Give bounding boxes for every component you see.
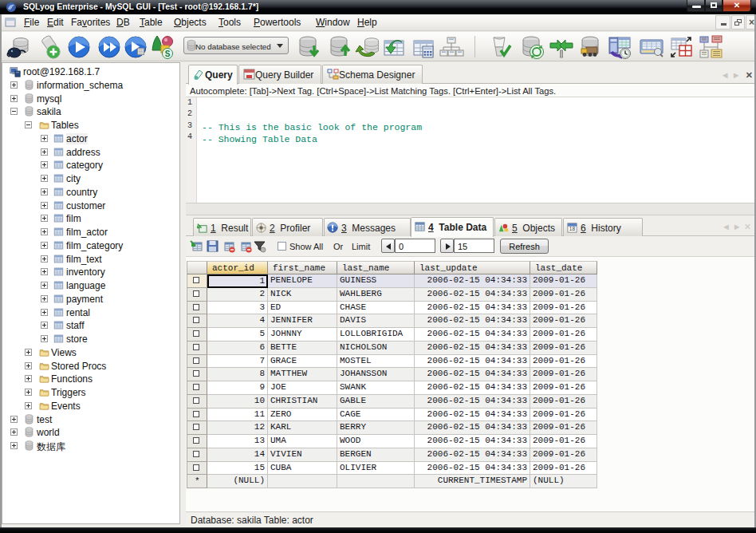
svg-text:18: 18	[569, 226, 576, 231]
svg-text:S: S	[165, 49, 171, 58]
